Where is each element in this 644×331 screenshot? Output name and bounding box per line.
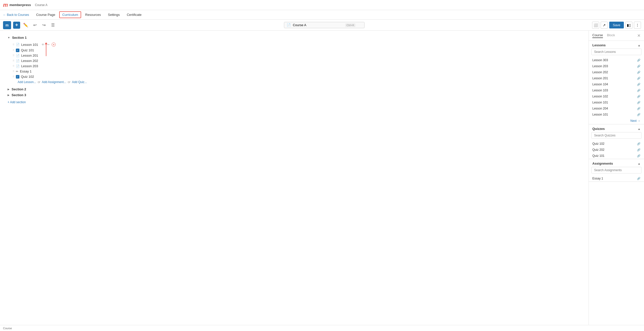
- back-to-courses-link[interactable]: ← Back to Courses: [3, 13, 29, 17]
- add-assignment-link[interactable]: Add Assignment...: [42, 80, 66, 84]
- external-link-button[interactable]: ↗: [601, 22, 608, 29]
- lesson-202-item: ⠿ 📄 Lesson 202: [13, 58, 581, 63]
- close-panel-button[interactable]: ✕: [637, 33, 640, 38]
- tab-certificate[interactable]: Certificate: [124, 11, 145, 18]
- lesson-104-item[interactable]: Lesson 104🔗: [589, 81, 644, 87]
- eye-icon[interactable]: 👁: [41, 42, 45, 47]
- logo-area: m memberpress: [3, 2, 31, 8]
- more-options-button[interactable]: ⋮: [634, 22, 641, 29]
- quiz-checkbox: ✓: [16, 49, 19, 52]
- tab-block[interactable]: Block: [607, 33, 615, 38]
- toolbar: m + ✏️ ↩ ↪ ☰ 📄 Ctrl+K ⬜ ↗ Save ▮▯ ⋮: [0, 20, 644, 31]
- assignments-section-header[interactable]: Assignments ▲: [589, 159, 644, 167]
- lesson-103-item[interactable]: Lesson 103🔗: [589, 87, 644, 93]
- lesson-101-panel-item[interactable]: Lesson 101🔗: [589, 99, 644, 105]
- status-label: Course: [3, 327, 12, 330]
- lesson-202-item[interactable]: Lesson 202🔗: [589, 69, 644, 75]
- add-section-row[interactable]: + Add section: [8, 100, 581, 104]
- section-3-chevron: ▶: [8, 94, 10, 96]
- edit-icon[interactable]: ✏: [46, 42, 51, 47]
- tab-course[interactable]: Course: [592, 33, 603, 38]
- drag-handle[interactable]: ⠿: [13, 43, 14, 46]
- essay-icon: ✏: [16, 70, 18, 73]
- search-assignments-input[interactable]: [591, 167, 641, 173]
- lesson-icon: 📄: [16, 43, 20, 46]
- add-items-row: Add Lesson... or Add Assignment... or Ad…: [18, 79, 581, 85]
- lesson-303-item[interactable]: Lesson 303🔗: [589, 57, 644, 63]
- lesson-203-item[interactable]: Lesson 203🔗: [589, 63, 644, 69]
- add-lesson-link[interactable]: Add Lesson...: [18, 80, 36, 84]
- lesson-icon: 📄: [16, 59, 20, 63]
- view-mode-button[interactable]: ⬜: [592, 22, 599, 29]
- delete-icon[interactable]: ×: [52, 43, 56, 47]
- tab-course-page[interactable]: Course Page: [33, 11, 58, 18]
- save-button[interactable]: Save: [609, 22, 624, 28]
- undo-button[interactable]: ↩: [31, 22, 38, 29]
- lesson-203-label: Lesson 203: [21, 64, 38, 68]
- section-1-chevron: ▼: [8, 36, 10, 39]
- editor-area: ▼ Section 1 ⠿ 📄 Lesson 101 👁 ✏ ×: [0, 31, 589, 325]
- quizzes-chevron: ▲: [638, 127, 640, 130]
- panel-tabs: Course Block: [592, 33, 615, 38]
- quizzes-section-header[interactable]: Quizzes ▲: [589, 124, 644, 132]
- drag-handle[interactable]: ⠿: [13, 49, 14, 52]
- search-center: 📄 Ctrl+K: [58, 22, 590, 28]
- main-content: ▼ Section 1 ⠿ 📄 Lesson 101 👁 ✏ ×: [0, 31, 644, 325]
- list-icon[interactable]: ☰: [49, 22, 56, 29]
- quiz-102-panel-item[interactable]: Quiz 102🔗: [589, 141, 644, 147]
- tab-resources[interactable]: Resources: [82, 11, 104, 18]
- quiz-102-item: ⠿ ✓ Quiz 102: [13, 74, 581, 79]
- drag-handle[interactable]: ⠿: [13, 54, 14, 57]
- section-2-header[interactable]: ▶ Section 2: [8, 87, 581, 91]
- section-3-header[interactable]: ▶ Section 3: [8, 93, 581, 97]
- lessons-chevron: ▲: [638, 44, 640, 47]
- lesson-201-item: ⠿ 📄 Lesson 201: [13, 53, 581, 58]
- lesson-101-label: Lesson 101: [21, 43, 38, 47]
- add-quiz-link[interactable]: Add Quiz...: [72, 80, 87, 84]
- add-button[interactable]: +: [13, 22, 20, 29]
- section-2-title: Section 2: [12, 87, 26, 91]
- lesson-101b-item[interactable]: Lesson 101🔗: [589, 112, 644, 118]
- quiz-102-label: Quiz 102: [21, 75, 34, 79]
- lesson-204-item[interactable]: Lesson 204🔗: [589, 105, 644, 112]
- search-quizzes-input[interactable]: [591, 132, 641, 139]
- tab-curriculum[interactable]: Curriculum: [59, 11, 81, 18]
- drag-handle[interactable]: ⠿: [13, 59, 14, 62]
- pencil-icon[interactable]: ✏️: [22, 22, 29, 29]
- quiz-202-panel-item[interactable]: Quiz 202🔗: [589, 147, 644, 153]
- lesson-102-item[interactable]: Lesson 102🔗: [589, 93, 644, 99]
- tab-settings[interactable]: Settings: [105, 11, 123, 18]
- lessons-section-title: Lessons: [592, 43, 606, 47]
- essay-1-panel-item[interactable]: Essay 1🔗: [589, 175, 644, 181]
- sidebar-toggle-button[interactable]: ▮▯: [625, 22, 632, 29]
- section-1-header[interactable]: ▼ Section 1: [8, 36, 581, 40]
- search-lessons-input[interactable]: [591, 49, 641, 55]
- drag-handle[interactable]: ⠿: [13, 70, 14, 73]
- redo-button[interactable]: ↪: [40, 22, 47, 29]
- top-bar: m memberpress Course A: [0, 0, 644, 10]
- assignments-section: Assignments ▲ Essay 1🔗: [589, 159, 644, 182]
- quizzes-section: Quizzes ▲ Quiz 102🔗 Quiz 202🔗 Quiz 101🔗: [589, 124, 644, 159]
- toolbar-right: ⬜ ↗ Save ▮▯ ⋮: [592, 22, 641, 29]
- assignments-section-title: Assignments: [592, 162, 613, 165]
- drag-handle[interactable]: ⠿: [13, 75, 14, 78]
- status-bar: Course: [0, 325, 644, 331]
- drag-handle[interactable]: ⠿: [13, 65, 14, 67]
- search-shortcut: Ctrl+K: [345, 23, 356, 27]
- assignments-chevron: ▲: [638, 162, 640, 165]
- lessons-section-header[interactable]: Lessons ▲: [589, 41, 644, 49]
- lessons-section: Lessons ▲ Lesson 303🔗 Lesson 203🔗 Lesson…: [589, 41, 644, 124]
- lessons-next-link[interactable]: Next →: [589, 118, 644, 124]
- section-1-title: Section 1: [12, 36, 27, 40]
- avatar-button[interactable]: m: [3, 21, 11, 29]
- section-2-chevron: ▶: [8, 88, 10, 91]
- lesson-icon: 📄: [16, 54, 20, 57]
- lesson-201-item[interactable]: Lesson 201🔗: [589, 75, 644, 81]
- quiz-101-panel-item[interactable]: Quiz 101🔗: [589, 153, 644, 159]
- add-section-label[interactable]: + Add section: [8, 100, 26, 104]
- quiz-101-label: Quiz 101: [21, 48, 34, 52]
- section-3-title: Section 3: [12, 93, 26, 97]
- lesson-icon: 📄: [16, 64, 20, 68]
- quiz-checkbox: ✓: [16, 75, 19, 79]
- search-input[interactable]: [293, 23, 343, 27]
